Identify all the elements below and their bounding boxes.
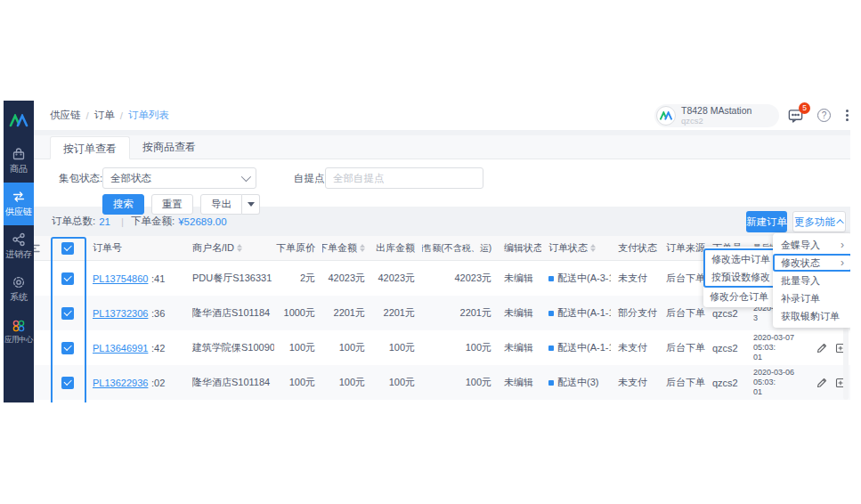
- status-dot: [548, 345, 554, 351]
- sidebar-item-app-center[interactable]: 应用中心: [4, 311, 34, 354]
- sort-icon[interactable]: [360, 244, 365, 252]
- order-cell: PL13646991: [85, 330, 150, 365]
- submenu-arrow-icon: ›: [841, 236, 844, 254]
- breadcrumb-separator: /: [120, 110, 123, 121]
- column-header-6[interactable]: 下单金额: [322, 236, 372, 260]
- pay-status-cell: 未支付: [611, 330, 659, 365]
- summary-bar: 订单总数: 21 | 下单金额: ¥52689.00 新建订单 更多功能: [34, 207, 850, 236]
- inventory-icon: [12, 232, 26, 247]
- edit-icon[interactable]: [816, 377, 828, 389]
- kebab-menu-icon[interactable]: [841, 108, 850, 123]
- sidebar-item-system[interactable]: 系统: [4, 268, 34, 311]
- row-leading-cell: [34, 330, 50, 365]
- submenu-item-0[interactable]: 修改选中订单: [705, 250, 778, 268]
- tabs: 按订单查看按商品查看: [34, 135, 850, 159]
- edit-status-cell: 未编辑: [497, 261, 541, 296]
- breadcrumb-item-2: 订单列表: [128, 109, 169, 122]
- merchant-cell: 隆华酒店S101184: [185, 296, 274, 330]
- price-cell: 100元: [274, 365, 322, 400]
- column-header-label: 支付状态: [618, 241, 657, 255]
- breadcrumb-item-1[interactable]: 订单: [94, 109, 115, 122]
- sort-icon[interactable]: [237, 244, 242, 252]
- tab-by-product[interactable]: 按商品查看: [130, 135, 208, 159]
- order-user-cell: qzcs2: [705, 330, 746, 365]
- pickup-point-input[interactable]: [325, 167, 483, 189]
- column-header-9: 编辑状态: [497, 236, 541, 260]
- sidebar-item-label: 供应链: [5, 206, 32, 218]
- menu-item-0[interactable]: 金蝶导入›: [773, 236, 850, 254]
- merchant-cell: 建筑学院倮S100901: [185, 330, 274, 365]
- order-status-cell: 配送中(A-1-1): [541, 296, 611, 330]
- column-header-10[interactable]: 订单状态: [541, 236, 611, 260]
- order-source-cell: 后台下单: [659, 261, 705, 296]
- status-dot: [548, 276, 554, 281]
- select-all-header[interactable]: [50, 236, 85, 260]
- breadcrumb-item-0[interactable]: 供应链: [50, 109, 81, 122]
- menu-item-label: 修改状态: [781, 254, 841, 272]
- chevron-down-icon: [241, 172, 251, 182]
- column-header-4[interactable]: 商户名/ID: [185, 236, 274, 260]
- row-checkbox[interactable]: [61, 342, 74, 354]
- price-cell: 100元: [274, 330, 322, 365]
- menu-item-2[interactable]: 批量导入: [773, 272, 850, 289]
- sidebar-item-inventory[interactable]: 进销存: [4, 225, 34, 268]
- column-header-label: 商户名/ID: [192, 241, 234, 255]
- tab-by-order[interactable]: 按订单查看: [50, 136, 130, 159]
- order-link[interactable]: PL13622936: [93, 378, 148, 388]
- row-checkbox[interactable]: [61, 272, 74, 285]
- order-source-cell: 后台下单: [659, 365, 705, 400]
- order-user-cell: qzcs2: [705, 365, 746, 400]
- select-all-checkbox[interactable]: [61, 242, 74, 255]
- amount-cell: 100元: [322, 365, 372, 400]
- order-link[interactable]: PL13732306: [93, 308, 148, 319]
- edit-icon[interactable]: [816, 342, 828, 354]
- user-name: T8428 MAstation: [681, 106, 751, 117]
- order-time-partial: :42: [150, 330, 185, 365]
- sidebar-item-label: 进销存: [5, 248, 32, 261]
- new-order-button[interactable]: 新建订单: [746, 211, 787, 232]
- table-row-3: PL13622936:02隆华酒店S101184100元100元100元100元…: [34, 365, 850, 400]
- row-checkbox-cell: [50, 330, 85, 365]
- row-checkbox[interactable]: [61, 377, 74, 389]
- sort-icon[interactable]: [590, 244, 596, 252]
- messages-button[interactable]: 5: [787, 107, 805, 125]
- menu-item-label: 获取银豹订单: [781, 307, 844, 325]
- sidebar-item-goods[interactable]: 商品: [4, 140, 34, 183]
- menu-item-3[interactable]: 补录订单: [773, 289, 850, 307]
- edit-status-cell: 未编辑: [497, 296, 541, 330]
- help-icon[interactable]: ?: [817, 109, 831, 122]
- menu-item-4[interactable]: 获取银豹订单: [773, 307, 850, 325]
- status-dot: [548, 311, 554, 316]
- order-link[interactable]: PL13646991: [93, 343, 148, 354]
- submenu-item-2[interactable]: 修改分仓订单: [703, 288, 780, 305]
- order-link[interactable]: PL13754860: [93, 273, 148, 284]
- column-header-label: 出库金额: [376, 241, 415, 255]
- column-header-2: 订单号: [85, 236, 150, 260]
- more-functions-button[interactable]: 更多功能: [792, 211, 846, 232]
- menu-item-1[interactable]: 修改状态›: [773, 254, 850, 272]
- user-profile[interactable]: T8428 MAstation qzcs2: [654, 104, 779, 127]
- breadcrumb: 供应链/订单/订单列表: [50, 101, 169, 130]
- amount-cell: 100元: [322, 330, 372, 365]
- message-count-badge: 5: [799, 102, 810, 114]
- sidebar-item-label: 应用中心: [4, 335, 33, 345]
- sales-cell: 100元: [422, 365, 497, 400]
- chevron-up-icon: [836, 219, 843, 226]
- row-checkbox-cell: [50, 365, 85, 400]
- outbound-cell: 2201元: [372, 296, 422, 330]
- column-header-label: 订单状态: [548, 241, 588, 255]
- column-header-label: 编辑状态: [504, 241, 541, 255]
- summary-divider: |: [121, 216, 124, 227]
- menu-item-label: 金蝶导入: [781, 236, 841, 254]
- row-checkbox[interactable]: [61, 307, 74, 320]
- sales-cell: 100元: [422, 330, 497, 365]
- order-time-partial: :02: [150, 365, 185, 400]
- submenu-item-1[interactable]: 按预设数修改: [705, 268, 778, 286]
- column-header-11: 支付状态: [611, 236, 659, 260]
- package-status-select[interactable]: 全部状态: [102, 167, 256, 189]
- sidebar-item-supply-chain[interactable]: 供应链: [4, 183, 34, 225]
- order-cell: PL13732306: [85, 296, 150, 330]
- order-time-partial: :36: [150, 296, 185, 330]
- gear-icon: [12, 275, 26, 289]
- submenu-item-label: 修改分仓订单: [710, 288, 774, 305]
